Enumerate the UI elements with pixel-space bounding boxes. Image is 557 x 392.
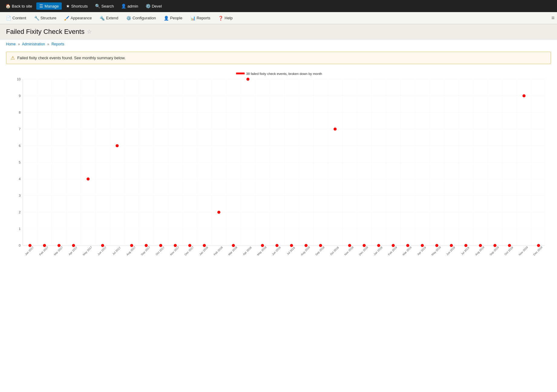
svg-text:Nov 2018: Nov 2018 — [344, 246, 354, 256]
manage-menu[interactable]: ☰ Manage — [36, 2, 62, 10]
data-point-dec2019 — [537, 244, 540, 247]
nav-people[interactable]: 👤 People — [160, 15, 186, 22]
svg-text:Apr 2017: Apr 2017 — [68, 246, 78, 256]
data-point-sep2017 — [145, 244, 148, 247]
nav-structure[interactable]: 🔧 Structure — [31, 15, 60, 22]
svg-text:0: 0 — [19, 244, 21, 247]
svg-text:May 2019: May 2019 — [431, 246, 441, 256]
back-to-site[interactable]: 🏠 Back to site — [2, 2, 35, 10]
user-icon: 👤 — [121, 4, 126, 8]
data-point-jan2017 — [28, 244, 31, 247]
nav-appearance[interactable]: 🖌️ Appearance — [61, 15, 95, 22]
svg-text:Nov 2019: Nov 2019 — [518, 246, 529, 256]
nav-toggle[interactable]: ≡ — [551, 15, 555, 21]
legend-color — [236, 73, 244, 74]
nav-extend[interactable]: 🔩 Extend — [96, 15, 122, 22]
data-point-jan2018 — [203, 244, 206, 247]
data-point-feb2019 — [392, 244, 395, 247]
svg-text:Dec 2019: Dec 2019 — [533, 246, 543, 256]
search-icon: 🔍 — [95, 4, 100, 8]
svg-text:10: 10 — [17, 77, 21, 81]
svg-text:3: 3 — [19, 194, 21, 197]
svg-text:Jan 2018: Jan 2018 — [199, 246, 209, 256]
svg-text:Sep 2019: Sep 2019 — [489, 246, 500, 256]
data-point-sep2019 — [493, 244, 496, 247]
second-nav: 📄 Content 🔧 Structure 🖌️ Appearance 🔩 Ex… — [0, 12, 557, 24]
svg-text:May 2017: May 2017 — [82, 246, 93, 256]
data-point-jun2019 — [450, 244, 453, 247]
data-point-oct2017 — [159, 244, 162, 247]
data-point-mar2018 — [232, 244, 235, 247]
alert-text: Failed fixity check events found. See mo… — [17, 56, 126, 60]
extend-icon: 🔩 — [100, 16, 105, 21]
svg-text:Dec 2018: Dec 2018 — [358, 246, 369, 256]
data-point-jul2018 — [290, 244, 293, 247]
svg-text:Mar 2019: Mar 2019 — [402, 246, 412, 256]
data-point-may2018 — [261, 244, 264, 247]
data-point-oct2018 — [334, 128, 337, 131]
svg-text:Jun 2019: Jun 2019 — [446, 246, 456, 256]
svg-text:Dec 2017: Dec 2017 — [184, 246, 194, 256]
favorite-star[interactable]: ☆ — [87, 28, 92, 35]
nav-content[interactable]: 📄 Content — [2, 15, 30, 22]
svg-text:Aug 2017: Aug 2017 — [126, 246, 136, 256]
search-bar[interactable]: 🔍 Search — [92, 2, 117, 10]
data-point-jan2019 — [377, 244, 380, 247]
alert-box: ⚠ Failed fixity check events found. See … — [6, 52, 551, 64]
svg-text:Aug 2018: Aug 2018 — [300, 246, 310, 256]
nav-reports[interactable]: 📊 Reports — [187, 15, 214, 22]
svg-text:May 2018: May 2018 — [257, 246, 267, 256]
data-point-aug2018 — [305, 244, 308, 247]
help-icon: ❓ — [218, 16, 223, 21]
svg-text:Jan 2017: Jan 2017 — [24, 246, 34, 256]
chart-svg: 10 9 8 7 6 5 4 3 2 1 0 — [6, 70, 551, 270]
svg-text:Jul 2017: Jul 2017 — [112, 246, 121, 256]
svg-text:7: 7 — [19, 127, 21, 131]
page-title: Failed Fixity Check Events — [6, 28, 84, 36]
data-point-sep2018 — [319, 244, 322, 247]
svg-text:5: 5 — [19, 160, 21, 164]
legend-text: 38 failed fixity check events, broken do… — [246, 72, 322, 76]
data-point-aug2019 — [479, 244, 482, 247]
gear-icon: ⚙️ — [146, 4, 151, 8]
breadcrumb-home[interactable]: Home — [6, 42, 16, 46]
admin-user[interactable]: 👤 admin — [118, 2, 141, 10]
svg-text:6: 6 — [19, 144, 21, 147]
data-point-jul2019 — [464, 244, 467, 247]
data-point-dec2017 — [188, 244, 191, 247]
svg-text:Mar 2018: Mar 2018 — [228, 246, 238, 256]
data-point-jun2017 — [101, 244, 104, 247]
data-point-apr2019 — [421, 244, 424, 247]
breadcrumb-reports[interactable]: Reports — [51, 42, 64, 46]
svg-text:Jan 2019: Jan 2019 — [373, 246, 383, 256]
nav-help[interactable]: ❓ Help — [215, 15, 236, 22]
svg-text:8: 8 — [19, 111, 21, 114]
data-point-apr2018 — [246, 78, 249, 81]
svg-text:Jul 2018: Jul 2018 — [286, 246, 296, 256]
svg-text:Feb 2019: Feb 2019 — [388, 246, 398, 256]
breadcrumb-sep2: » — [47, 42, 49, 46]
devel-menu[interactable]: ⚙️ Devel — [143, 2, 165, 10]
warning-icon: ⚠ — [11, 55, 15, 61]
nav-configuration[interactable]: ⚙️ Configuration — [123, 15, 159, 22]
config-icon: ⚙️ — [126, 16, 131, 21]
data-point-aug2017 — [130, 244, 133, 247]
menu-icon: ☰ — [39, 4, 43, 8]
data-point-mar2019 — [406, 244, 409, 247]
content-icon: 📄 — [6, 16, 11, 21]
data-point-oct2019 — [508, 244, 511, 247]
data-point-feb2017 — [43, 244, 46, 247]
svg-text:Jul 2019: Jul 2019 — [460, 246, 470, 256]
data-point-jul2017 — [116, 144, 119, 147]
data-point-may2017 — [87, 177, 90, 180]
shortcuts-menu[interactable]: ★ Shortcuts — [63, 2, 91, 10]
svg-text:Feb 2017: Feb 2017 — [39, 246, 49, 256]
people-icon: 👤 — [164, 16, 169, 21]
data-point-nov2019 — [523, 94, 526, 97]
breadcrumb: Home » Administration » Reports — [0, 40, 557, 49]
svg-text:Jun 2018: Jun 2018 — [271, 246, 281, 256]
data-point-dec2018 — [363, 244, 366, 247]
svg-text:Apr 2019: Apr 2019 — [417, 246, 427, 256]
svg-text:Oct 2017: Oct 2017 — [155, 246, 165, 256]
breadcrumb-administration[interactable]: Administration — [22, 42, 45, 46]
